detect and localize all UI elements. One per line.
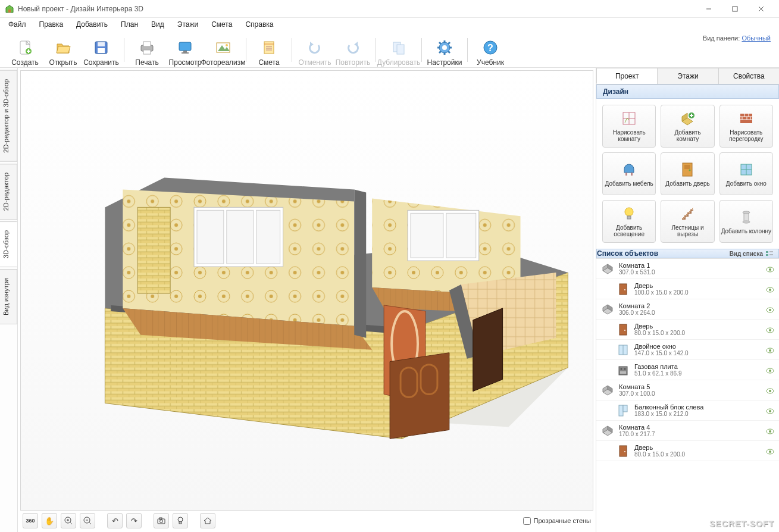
object-dimensions: 80.0 x 15.0 x 200.0 — [634, 451, 761, 458]
3d-viewport[interactable] — [20, 70, 593, 511]
vbtn-home[interactable] — [200, 513, 215, 528]
dbtn-stairs-cutouts[interactable]: Лестницы и вырезы — [661, 200, 714, 243]
visibility-eye-icon[interactable] — [766, 267, 774, 273]
dbtn-add-column[interactable]: Добавить колонну — [719, 200, 773, 243]
tool-new[interactable]: Создать — [6, 33, 44, 67]
svg-line-40 — [448, 42, 450, 44]
tool-preview[interactable]: Просмотр — [166, 33, 204, 67]
menu-file[interactable]: Файл — [2, 19, 32, 30]
visibility-eye-icon[interactable] — [766, 408, 774, 414]
vtab-2d-3d[interactable]: 2D-редактор и 3D-обзор — [0, 70, 17, 162]
undo-icon — [305, 38, 324, 57]
object-row[interactable]: Дверь100.0 x 15.0 x 200.0 — [596, 279, 779, 299]
vbtn-rotate-right[interactable]: ↷ — [126, 513, 142, 528]
vbtn-360[interactable]: 360 — [23, 513, 38, 528]
tool-estimate[interactable]: Смета — [250, 33, 288, 67]
balcony-icon — [617, 404, 630, 417]
dbtn-add-door[interactable]: Добавить дверь — [661, 152, 714, 195]
titlebar: Новый проект - Дизайн Интерьера 3D — [0, 0, 779, 18]
vtab-inside[interactable]: Вид изнутри — [0, 269, 17, 324]
object-dimensions: 51.0 x 62.1 x 86.9 — [634, 370, 761, 377]
visibility-eye-icon[interactable] — [766, 287, 774, 293]
visibility-eye-icon[interactable] — [766, 388, 774, 394]
list-view-mode[interactable]: Вид списка — [730, 250, 774, 257]
dbtn-add-lighting[interactable]: Добавить освещение — [602, 200, 656, 243]
maximize-button[interactable] — [722, 0, 748, 18]
menu-help[interactable]: Справка — [239, 19, 279, 30]
transparent-walls-input[interactable] — [523, 517, 531, 525]
tool-open[interactable]: Открыть — [44, 33, 82, 67]
tool-print[interactable]: Печать — [128, 33, 166, 67]
dbtn-draw-room[interactable]: Нарисовать комнату — [602, 105, 656, 148]
rtab-project[interactable]: Проект — [596, 68, 658, 84]
object-row[interactable]: Дверь80.0 x 15.0 x 200.0 — [596, 320, 779, 340]
object-title: Комната 4 — [619, 424, 761, 431]
visibility-eye-icon[interactable] — [766, 428, 774, 434]
visibility-eye-icon[interactable] — [766, 307, 774, 313]
main-toolbar: Создать Открыть Сохранить Печать Просмот… — [0, 31, 779, 68]
svg-rect-144 — [620, 324, 627, 335]
tool-undo[interactable]: Отменить — [296, 33, 334, 67]
vbtn-snapshot[interactable] — [154, 513, 169, 528]
svg-rect-155 — [620, 371, 626, 374]
rtab-properties[interactable]: Свойства — [718, 68, 779, 84]
tool-duplicate[interactable]: Дублировать — [380, 33, 418, 67]
menu-edit[interactable]: Правка — [33, 19, 70, 30]
svg-rect-112 — [625, 173, 627, 176]
vbtn-light[interactable] — [173, 513, 188, 528]
right-panel: Проект Этажи Свойства Дизайн Нарисовать … — [596, 68, 779, 532]
minimize-button[interactable] — [696, 0, 722, 18]
svg-point-120 — [625, 208, 633, 216]
transparent-walls-checkbox[interactable]: Прозрачные стены — [523, 517, 591, 525]
object-row[interactable]: Двойное окно147.0 x 15.0 x 142.0 — [596, 340, 779, 360]
tool-tutorial[interactable]: ?Учебник — [471, 33, 509, 67]
close-button[interactable] — [748, 0, 774, 18]
menu-view[interactable]: Вид — [145, 19, 170, 30]
redo-icon — [343, 38, 362, 57]
vtab-3d[interactable]: 3D-обзор — [0, 221, 17, 267]
object-row[interactable]: Комната 2306.0 x 264.0 — [596, 299, 779, 320]
object-row[interactable]: Газовая плита51.0 x 62.1 x 86.9 — [596, 360, 779, 380]
object-title: Дверь — [634, 444, 761, 451]
object-row[interactable]: Комната 1307.0 x 531.0 — [596, 259, 779, 279]
visibility-eye-icon[interactable] — [766, 327, 774, 333]
svg-rect-13 — [98, 48, 105, 53]
tool-settings[interactable]: Настройки — [426, 33, 464, 67]
toolbar-separator — [246, 38, 246, 62]
object-row[interactable]: Балконный блок слева183.0 x 15.0 x 212.0 — [596, 400, 779, 421]
stove-icon — [617, 364, 630, 377]
vtab-2d[interactable]: 2D-редактор — [0, 164, 17, 220]
vbtn-zoom-in[interactable] — [61, 513, 76, 528]
svg-point-162 — [769, 390, 771, 392]
dbtn-draw-partition[interactable]: Нарисовать перегородку — [719, 105, 773, 148]
object-list[interactable]: Комната 1307.0 x 531.0Дверь100.0 x 15.0 … — [596, 258, 779, 532]
svg-point-151 — [769, 349, 771, 352]
menu-plan[interactable]: План — [115, 19, 144, 30]
tool-redo[interactable]: Повторить — [334, 33, 372, 67]
vbtn-rotate-left[interactable]: ↶ — [107, 513, 123, 528]
menu-estimate[interactable]: Смета — [205, 19, 238, 30]
svg-marker-29 — [354, 42, 358, 46]
tool-photoreal[interactable]: Фотореализм — [204, 33, 242, 67]
svg-rect-67 — [256, 210, 280, 264]
object-row[interactable]: Дверь80.0 x 15.0 x 200.0 — [596, 441, 779, 461]
vbtn-zoom-out[interactable] — [80, 513, 95, 528]
tool-save[interactable]: Сохранить — [82, 33, 120, 67]
vbtn-pan[interactable]: ✋ — [42, 513, 57, 528]
rtab-floors[interactable]: Этажи — [657, 68, 718, 84]
dbtn-add-furniture[interactable]: Добавить мебель — [602, 152, 656, 195]
object-row[interactable]: Комната 5307.0 x 100.0 — [596, 380, 779, 400]
visibility-eye-icon[interactable] — [766, 368, 774, 374]
menu-floors[interactable]: Этажи — [171, 19, 204, 30]
svg-rect-12 — [98, 42, 105, 46]
menu-add[interactable]: Добавить — [70, 19, 114, 30]
panel-mode-link[interactable]: Обычный — [742, 35, 771, 42]
svg-marker-80 — [390, 353, 449, 439]
object-row[interactable]: Комната 4170.0 x 217.7 — [596, 421, 779, 441]
svg-marker-95 — [204, 518, 211, 524]
visibility-eye-icon[interactable] — [766, 348, 774, 353]
dbtn-add-window[interactable]: Добавить окно — [719, 152, 773, 195]
visibility-eye-icon[interactable] — [766, 449, 774, 455]
svg-rect-19 — [182, 52, 189, 54]
dbtn-add-room[interactable]: Добавить комнату — [661, 105, 714, 148]
